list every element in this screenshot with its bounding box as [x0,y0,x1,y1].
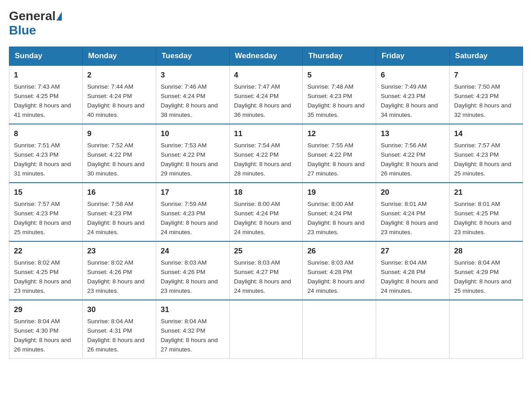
day-number: 21 [454,187,518,198]
day-number: 20 [381,187,445,198]
day-number: 7 [454,69,518,81]
calendar-cell [229,300,303,359]
weekday-header-sunday: Sunday [9,47,83,66]
calendar-cell: 11Sunrise: 7:54 AMSunset: 4:22 PMDayligh… [229,124,303,183]
calendar-cell: 29Sunrise: 8:04 AMSunset: 4:30 PMDayligh… [9,300,83,359]
calendar-cell: 30Sunrise: 8:04 AMSunset: 4:31 PMDayligh… [82,300,156,359]
day-number: 5 [307,69,371,81]
day-number: 13 [381,128,445,140]
day-number: 25 [234,245,298,257]
weekday-header-friday: Friday [376,47,450,66]
calendar-week-row: 8Sunrise: 7:51 AMSunset: 4:23 PMDaylight… [9,124,523,183]
calendar-cell: 13Sunrise: 7:56 AMSunset: 4:22 PMDayligh… [376,124,450,183]
day-number: 27 [381,245,445,257]
calendar-cell: 23Sunrise: 8:02 AMSunset: 4:26 PMDayligh… [82,241,156,300]
calendar-cell: 22Sunrise: 8:02 AMSunset: 4:25 PMDayligh… [9,241,83,300]
calendar-cell: 16Sunrise: 7:58 AMSunset: 4:23 PMDayligh… [82,183,156,241]
calendar-cell: 14Sunrise: 7:57 AMSunset: 4:23 PMDayligh… [450,124,523,183]
day-number: 24 [161,245,225,257]
calendar-cell: 9Sunrise: 7:52 AMSunset: 4:22 PMDaylight… [82,124,156,183]
day-number: 6 [381,69,445,81]
day-number: 18 [234,187,298,198]
calendar-cell: 26Sunrise: 8:03 AMSunset: 4:28 PMDayligh… [303,241,376,300]
day-number: 2 [87,69,151,81]
calendar-week-row: 1Sunrise: 7:43 AMSunset: 4:25 PMDaylight… [9,65,523,124]
calendar-cell [303,300,376,359]
calendar-cell: 24Sunrise: 8:03 AMSunset: 4:26 PMDayligh… [156,241,229,300]
day-number: 17 [161,187,225,198]
day-number: 26 [307,245,371,257]
calendar-week-row: 29Sunrise: 8:04 AMSunset: 4:30 PMDayligh… [9,300,523,359]
calendar-cell: 2Sunrise: 7:44 AMSunset: 4:24 PMDaylight… [82,65,156,124]
day-number: 4 [234,69,298,81]
calendar-cell: 3Sunrise: 7:46 AMSunset: 4:24 PMDaylight… [156,65,229,124]
calendar-cell: 20Sunrise: 8:01 AMSunset: 4:24 PMDayligh… [376,183,450,241]
day-number: 9 [87,128,151,140]
calendar-cell: 12Sunrise: 7:55 AMSunset: 4:22 PMDayligh… [303,124,376,183]
calendar-cell: 31Sunrise: 8:04 AMSunset: 4:32 PMDayligh… [156,300,229,359]
day-number: 3 [161,69,225,81]
calendar-week-row: 22Sunrise: 8:02 AMSunset: 4:25 PMDayligh… [9,241,523,300]
day-number: 10 [161,128,225,140]
calendar-week-row: 15Sunrise: 7:57 AMSunset: 4:23 PMDayligh… [9,183,523,241]
calendar-table: SundayMondayTuesdayWednesdayThursdayFrid… [9,47,523,359]
day-number: 15 [14,187,78,198]
weekday-header-wednesday: Wednesday [229,47,303,66]
calendar-cell: 19Sunrise: 8:00 AMSunset: 4:24 PMDayligh… [303,183,376,241]
calendar-cell: 6Sunrise: 7:49 AMSunset: 4:23 PMDaylight… [376,65,450,124]
calendar-cell: 21Sunrise: 8:01 AMSunset: 4:25 PMDayligh… [450,183,523,241]
logo-general-text: General [9,9,56,23]
logo-triangle-icon [56,12,62,21]
logo-text: General [9,9,63,23]
calendar-cell: 10Sunrise: 7:53 AMSunset: 4:22 PMDayligh… [156,124,229,183]
weekday-header-thursday: Thursday [303,47,376,66]
calendar-cell: 15Sunrise: 7:57 AMSunset: 4:23 PMDayligh… [9,183,83,241]
calendar-cell: 18Sunrise: 8:00 AMSunset: 4:24 PMDayligh… [229,183,303,241]
day-number: 22 [14,245,78,257]
logo: General Blue [9,9,63,38]
calendar-cell: 5Sunrise: 7:48 AMSunset: 4:23 PMDaylight… [303,65,376,124]
weekday-header-monday: Monday [82,47,156,66]
day-number: 1 [14,69,78,81]
calendar-cell [376,300,450,359]
calendar-cell: 17Sunrise: 7:59 AMSunset: 4:23 PMDayligh… [156,183,229,241]
weekday-header-tuesday: Tuesday [156,47,229,66]
day-number: 30 [87,304,151,316]
day-number: 12 [307,128,371,140]
day-number: 14 [454,128,518,140]
calendar-cell: 7Sunrise: 7:50 AMSunset: 4:23 PMDaylight… [450,65,523,124]
calendar-cell: 1Sunrise: 7:43 AMSunset: 4:25 PMDaylight… [9,65,83,124]
calendar-cell: 28Sunrise: 8:04 AMSunset: 4:29 PMDayligh… [450,241,523,300]
calendar-cell [450,300,523,359]
day-number: 8 [14,128,78,140]
calendar-cell: 8Sunrise: 7:51 AMSunset: 4:23 PMDaylight… [9,124,83,183]
weekday-header-saturday: Saturday [450,47,523,66]
calendar-cell: 25Sunrise: 8:03 AMSunset: 4:27 PMDayligh… [229,241,303,300]
day-number: 29 [14,304,78,316]
day-number: 23 [87,245,151,257]
calendar-cell: 4Sunrise: 7:47 AMSunset: 4:24 PMDaylight… [229,65,303,124]
day-number: 19 [307,187,371,198]
calendar-header-row: SundayMondayTuesdayWednesdayThursdayFrid… [9,47,523,66]
day-number: 31 [161,304,225,316]
day-number: 28 [454,245,518,257]
logo-blue-text: Blue [9,23,36,38]
day-number: 11 [234,128,298,140]
day-number: 16 [87,187,151,198]
calendar-cell: 27Sunrise: 8:04 AMSunset: 4:28 PMDayligh… [376,241,450,300]
page-header: General Blue [9,9,523,38]
